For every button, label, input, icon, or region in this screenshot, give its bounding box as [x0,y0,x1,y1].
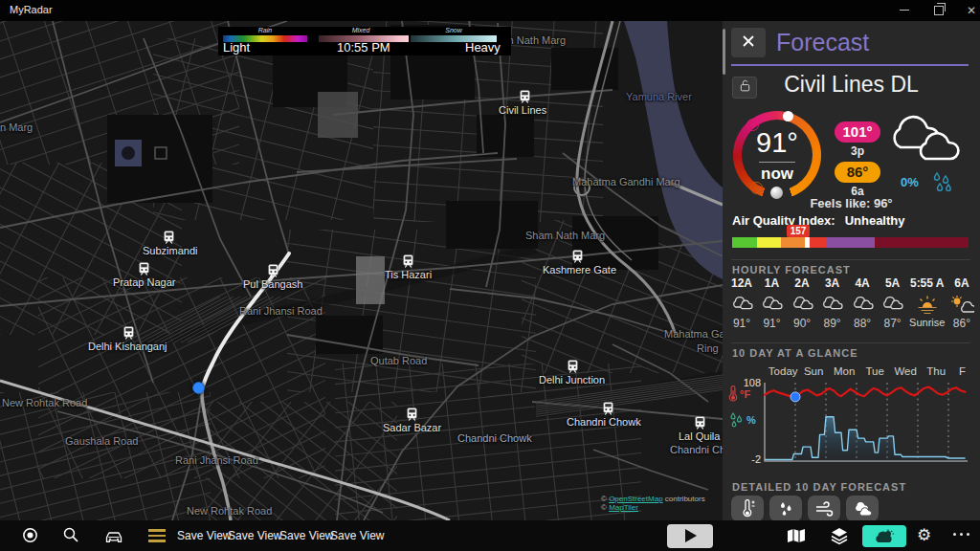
osm-link[interactable]: OpenStreetMap [609,495,662,503]
feels-like: Feels like: 96° [723,196,980,210]
hour-label: 12A [728,276,755,292]
aqi-label: Air Quality Index:Unhealthy [732,213,904,228]
hour-temp: 91° [728,317,755,330]
metro-station-icon [407,408,417,425]
detail-precip-button[interactable] [769,496,802,521]
partly-sunny-icon [948,294,975,317]
map-label: New Rohtak Road [2,397,87,408]
save-view-button[interactable]: Save View [177,529,231,542]
settings-button[interactable]: ⚙ [917,525,931,544]
close-window-button[interactable]: ✕ [957,0,980,21]
panel-divider [731,64,969,66]
map-label: Chandni Chowk [457,432,532,444]
save-view-button[interactable]: Save View [279,529,333,542]
hour-temp: 86° [948,317,975,330]
metro-station-icon [164,231,174,248]
sunrise-icon [909,294,945,317]
hourly-item: 2A 90° [789,276,815,330]
map-label: Sham Nath Marg [525,230,605,241]
metro-station-icon [603,402,613,419]
cloud-sun-icon [873,529,896,544]
high-temp-pill: 101° [835,121,880,143]
metro-station-icon [568,360,578,377]
high-temp-time: 3p [835,144,880,158]
layers-button[interactable] [829,526,850,549]
legend-heavy-label: Heavy [465,40,501,55]
menu-button[interactable] [148,529,166,545]
cloudy-icon [728,294,755,317]
panel-scrollbar[interactable] [723,29,725,75]
hourly-item: 12A 91° [728,276,755,330]
map-label: Mahatma Ga [664,328,723,340]
taskbar: ⚙ Save ViewSave ViewSave ViewSave View [0,520,980,551]
cloudy-icon [759,294,786,317]
hour-temp: 91° [759,317,786,330]
hour-label: 5A [880,276,906,292]
app-title: MyRadar [10,4,53,15]
map[interactable]: n MargSham Nath MargCivil LinesYamuna Ri… [0,21,723,520]
glance-heading: 10 DAY AT A GLANCE [732,347,858,359]
cloudy-icon [880,294,906,317]
hour-temp: 89° [819,317,846,330]
panel-title: Forecast [776,29,869,56]
hour-temp: 90° [789,317,815,330]
close-forecast-button[interactable] [731,28,766,57]
hour-label: 3A [819,276,846,292]
svg-text:Tue: Tue [866,365,884,377]
map-label: Yamuna River [626,91,692,102]
detail-wind-button[interactable] [808,496,840,521]
current-temp: 91° [733,127,821,159]
map-label: Qutab Road [370,355,427,366]
maptiler-link[interactable]: MapTiler [609,503,638,512]
close-icon [742,34,755,48]
hour-temp: 87° [880,317,906,330]
aqi-status: Unhealthy [845,213,905,228]
search-button[interactable] [62,526,79,547]
track-location-button[interactable] [21,526,39,548]
traffic-button[interactable] [103,528,124,547]
legend-mixed-label: Mixed [318,27,404,33]
svg-text:Wed: Wed [894,365,916,377]
temp-axis-legend: °F [728,385,750,403]
save-view-button[interactable]: Save View [228,529,281,542]
thermometer-icon [728,385,738,403]
aqi-segment [875,237,969,248]
hourly-item: 3A 89° [819,276,846,330]
raindrops-icon [929,169,954,198]
svg-text:-2: -2 [751,453,761,465]
precip-chance-value: 0% [901,175,919,189]
svg-text:Thu: Thu [926,365,946,377]
legend-snow-label: Snow [411,27,497,33]
hour-temp: Sunrise [909,317,945,328]
title-bar: MyRadar ✕ [0,0,980,21]
location-marker-dot [192,382,205,394]
aqi-segment [757,237,781,248]
aqi-color-bar [732,237,969,248]
svg-text:Today: Today [768,365,798,377]
current-temp-dial: H L 91° now [733,111,821,199]
map-label: Chandni Cho [670,444,723,455]
app-window: MyRadar ✕ n MargSham Nath MargCivil Line… [0,0,980,551]
radar-play-button[interactable] [667,524,713,548]
forecast-panel: Forecast Civil Lines DL H L 91° now 101°… [723,21,980,520]
hour-label: 2A [789,276,815,292]
legend-rain-label: Rain [222,27,308,33]
radar-legend: Rain Mixed Snow Light 10:55 PM Heavy [218,27,511,55]
svg-text:F: F [959,365,966,377]
metro-station-icon [123,326,134,343]
hourly-item: 1A 91° [759,276,786,330]
now-label: now [733,165,821,184]
hourly-forecast-strip[interactable]: 12A 91°1A 91°2A 90°3A 89°4A 88°5A 87°5:5… [728,276,975,330]
save-view-button[interactable]: Save View [330,529,384,542]
maps-button[interactable] [785,527,808,548]
weather-button-active[interactable] [862,525,906,547]
detail-thermometer-button[interactable] [731,496,764,521]
more-options-button[interactable] [953,533,969,536]
restore-button[interactable] [924,0,953,21]
detail-clouds-button[interactable] [846,496,879,521]
minimize-button[interactable] [890,0,919,21]
map-label: Ring [697,342,719,354]
location-name: Civil Lines DL [723,72,980,98]
aqi-value-badge: 157 [787,225,810,237]
aqi-segment [732,237,757,248]
